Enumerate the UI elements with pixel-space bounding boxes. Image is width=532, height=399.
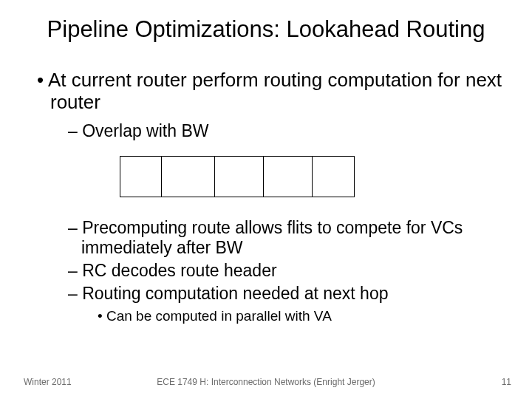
slide: Pipeline Optimizations: Lookahead Routin… <box>0 0 532 399</box>
content-area: At current router perform routing comput… <box>24 69 508 325</box>
bullet-level1: At current router perform routing comput… <box>37 69 508 114</box>
pipeline-boxes <box>120 156 508 197</box>
footer-center: ECE 1749 H: Interconnection Networks (En… <box>0 377 532 387</box>
pipeline-cell <box>312 156 355 197</box>
bullet-level2: RC decodes route header <box>68 261 508 281</box>
bullet-level2: Routing computation needed at next hop <box>68 284 508 304</box>
pipeline-cell <box>120 156 161 197</box>
footer: Winter 2011 ECE 1749 H: Interconnection … <box>0 377 532 387</box>
pipeline-cell <box>263 156 312 197</box>
bullet-level2: Precomputing route allows flits to compe… <box>68 218 508 258</box>
pipeline-cell <box>161 156 214 197</box>
bullet-level2: Overlap with BW <box>68 121 508 141</box>
pipeline-cell <box>214 156 263 197</box>
slide-title: Pipeline Optimizations: Lookahead Routin… <box>24 16 508 43</box>
bullet-level3: Can be computed in parallel with VA <box>98 308 508 325</box>
